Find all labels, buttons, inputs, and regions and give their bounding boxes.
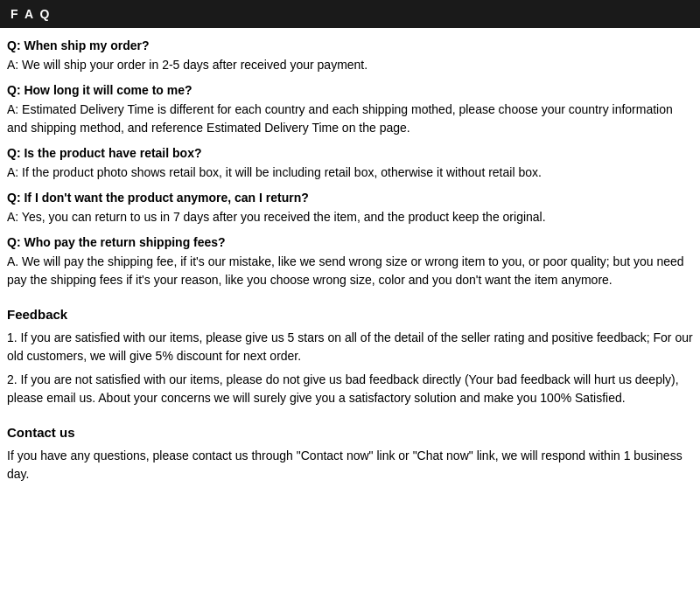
faq-item-4: Q: If I don't want the product anymore, … [7, 191, 693, 226]
question-1: Q: When ship my order? [7, 38, 693, 52]
answer-3: A: If the product photo shows retail box… [7, 163, 693, 182]
main-content: Q: When ship my order? A: We will ship y… [0, 38, 700, 483]
answer-1: A: We will ship your order in 2-5 days a… [7, 56, 693, 74]
contact-text: If you have any questions, please contac… [7, 447, 693, 483]
faq-header-bar: F A Q [0, 0, 700, 28]
feedback-item-2: 2. If you are not satisfied with our ite… [7, 371, 693, 407]
answer-5: A. We will pay the shipping fee, if it's… [7, 253, 693, 289]
faq-title: F A Q [10, 7, 51, 21]
question-3: Q: Is the product have retail box? [7, 146, 693, 160]
contact-section: Contact us If you have any questions, pl… [7, 425, 693, 483]
question-2: Q: How long it will come to me? [7, 83, 693, 97]
faq-item-1: Q: When ship my order? A: We will ship y… [7, 38, 693, 74]
contact-title: Contact us [7, 425, 693, 440]
faq-item-2: Q: How long it will come to me? A: Estim… [7, 83, 693, 137]
feedback-section: Feedback 1. If you are satisfied with ou… [7, 307, 693, 407]
faq-item-3: Q: Is the product have retail box? A: If… [7, 146, 693, 182]
faq-section: Q: When ship my order? A: We will ship y… [7, 38, 693, 289]
question-5: Q: Who pay the return shipping fees? [7, 235, 693, 249]
feedback-title: Feedback [7, 307, 693, 322]
feedback-item-1: 1. If you are satisfied with our items, … [7, 329, 693, 365]
answer-4: A: Yes, you can return to us in 7 days a… [7, 208, 693, 226]
question-4: Q: If I don't want the product anymore, … [7, 191, 693, 205]
faq-item-5: Q: Who pay the return shipping fees? A. … [7, 235, 693, 289]
answer-2: A: Estimated Delivery Time is different … [7, 101, 693, 137]
